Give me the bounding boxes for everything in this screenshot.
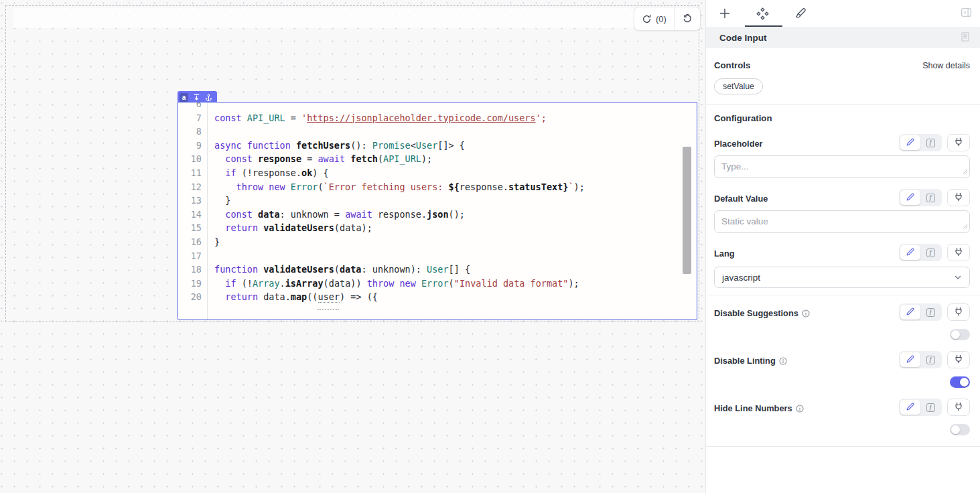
configuration-section-title: Configuration <box>714 113 970 123</box>
js-mode-button[interactable]: f <box>920 135 940 150</box>
edit-mode-button[interactable] <box>900 245 920 260</box>
placeholder-input[interactable]: Type... <box>714 155 970 178</box>
binding-mode-segment: f <box>899 189 942 206</box>
brush-icon <box>794 7 807 20</box>
edit-mode-button[interactable] <box>900 305 920 320</box>
js-mode-button[interactable]: f <box>920 400 940 415</box>
document-icon <box>960 34 971 44</box>
code-line: 13 } <box>178 194 697 208</box>
default-value-input[interactable]: Static value <box>714 210 970 233</box>
control-chip-setValue[interactable]: setValue <box>714 78 763 94</box>
code-line: 8 <box>178 125 697 139</box>
plug-icon <box>954 192 963 204</box>
control-chips: setValue <box>714 78 970 94</box>
controls-section-title: Controls <box>714 60 750 70</box>
tab-style[interactable] <box>781 0 819 27</box>
chevron-down-icon <box>953 273 963 282</box>
binding-controls-disable-suggestions: f <box>899 303 970 321</box>
code-line: 11 if (!response.ok) { <box>178 166 697 180</box>
js-mode-button[interactable]: f <box>920 245 940 260</box>
edit-mode-button[interactable] <box>900 352 920 367</box>
function-icon: f <box>926 356 935 364</box>
code-line-text: async function fetchUsers(): Promise<Use… <box>208 139 465 153</box>
code-input-widget[interactable]: 67const API_URL = 'https://jsonplacehold… <box>178 102 697 320</box>
binding-controls-disable-linting: f <box>899 351 970 368</box>
line-number: 13 <box>178 194 208 208</box>
code-line: 6 <box>178 102 697 111</box>
code-line-text: const response = await fetch(API_URL); <box>208 152 432 166</box>
code-line-text: } <box>208 235 220 249</box>
edit-mode-button[interactable] <box>900 190 920 205</box>
code-line: 18function validateUsers(data: unknown):… <box>178 263 697 277</box>
disable-suggestions-toggle[interactable] <box>950 329 970 340</box>
code-line-text <box>208 125 214 139</box>
anchor-icon[interactable] <box>205 94 212 101</box>
js-mode-button[interactable]: f <box>920 305 940 320</box>
function-icon: f <box>926 194 935 202</box>
line-number: 8 <box>178 125 208 139</box>
code-line-text: return validateUsers(data); <box>208 221 372 235</box>
plug-icon <box>954 402 963 413</box>
property-label-hide-line-numbers: Hide Line Numbers <box>714 403 804 416</box>
bind-data-button[interactable] <box>947 189 970 206</box>
code-line: 7const API_URL = 'https://jsonplaceholde… <box>178 111 697 125</box>
editor-scrollbar[interactable] <box>683 147 691 274</box>
code-line: 12 throw new Error(`Error fetching users… <box>178 180 697 194</box>
property-lang: Langfjavascript <box>714 244 970 288</box>
info-icon[interactable] <box>796 405 804 413</box>
app-editor: (0) a <box>0 0 980 493</box>
show-details-button[interactable]: Show details <box>922 61 970 70</box>
code-line-text <box>208 102 214 111</box>
code-line: 14 const data: unknown = await response.… <box>178 208 697 222</box>
binding-controls-lang: f <box>899 244 970 261</box>
line-number: 16 <box>178 235 208 249</box>
toggle-knob <box>960 378 969 386</box>
refresh-button[interactable]: (0) <box>634 7 674 30</box>
resize-handle-icon <box>963 224 968 229</box>
binding-docs-button[interactable] <box>960 31 971 44</box>
edit-mode-button[interactable] <box>900 400 920 415</box>
property-default-value: Default ValuefStatic value <box>714 189 970 233</box>
binding-mode-segment: f <box>899 244 942 261</box>
hide-line-numbers-toggle[interactable] <box>950 424 970 435</box>
bind-data-button[interactable] <box>947 244 970 261</box>
plug-icon <box>954 307 963 318</box>
plug-icon <box>954 354 963 366</box>
code-line: 9async function fetchUsers(): Promise<Us… <box>178 139 697 153</box>
bind-data-button[interactable] <box>947 303 970 321</box>
widget-header: Code Input <box>706 27 980 48</box>
function-icon: f <box>926 308 935 317</box>
insert-down-icon[interactable] <box>193 94 200 101</box>
pencil-icon <box>906 247 915 259</box>
disable-linting-toggle[interactable] <box>950 376 970 388</box>
bind-data-button[interactable] <box>947 399 970 416</box>
info-icon[interactable] <box>802 309 810 318</box>
tab-widget-properties[interactable] <box>744 0 781 27</box>
property-hide-line-numbers: Hide Line Numbersf <box>714 399 970 435</box>
js-mode-button[interactable]: f <box>920 190 940 205</box>
history-button[interactable] <box>674 7 700 30</box>
code-line-text: if (!Array.isArray(data)) throw new Erro… <box>208 277 579 291</box>
plus-icon <box>718 7 731 20</box>
info-icon[interactable] <box>779 357 787 365</box>
collapse-panel-button[interactable] <box>961 7 972 20</box>
js-mode-button[interactable]: f <box>920 352 940 367</box>
property-panel: Code Input Controls Show details setValu… <box>705 0 980 493</box>
refresh-count: (0) <box>656 14 667 24</box>
pencil-icon <box>906 307 915 318</box>
lang-select[interactable]: javascript <box>714 267 970 288</box>
code-line-text: return data.map((user) => ({ <box>208 290 378 304</box>
bind-data-button[interactable] <box>947 351 970 368</box>
binding-controls-placeholder: f <box>899 134 970 151</box>
tab-add-widgets[interactable] <box>706 0 744 27</box>
line-number: 19 <box>178 277 208 291</box>
edit-mode-button[interactable] <box>900 135 920 150</box>
configuration-properties: PlaceholderfType...Default ValuefStatic … <box>714 134 970 435</box>
bind-data-button[interactable] <box>947 134 970 151</box>
canvas[interactable]: (0) a <box>0 0 705 493</box>
pencil-icon <box>906 137 915 149</box>
line-number: 10 <box>178 152 208 166</box>
code-editor-content[interactable]: 67const API_URL = 'https://jsonplacehold… <box>178 102 697 304</box>
resize-handle-icon <box>963 169 968 174</box>
code-line-text: const data: unknown = await response.jso… <box>208 208 465 222</box>
